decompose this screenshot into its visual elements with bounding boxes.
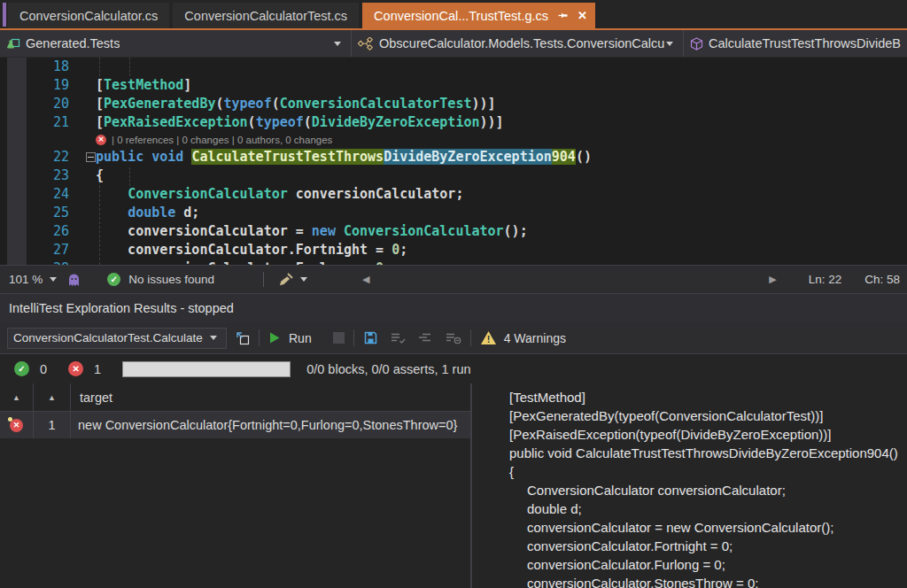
chevron-down-icon xyxy=(210,336,217,340)
type-dropdown[interactable]: ObscureCalculator.Models.Tests.Conversio… xyxy=(352,30,684,57)
test-failed-icon: ✕ xyxy=(96,135,106,145)
detail-code-line: [TestMethod] xyxy=(509,388,907,406)
status-column-header[interactable]: ▲ xyxy=(0,383,34,411)
divider xyxy=(259,329,260,346)
exploration-progress-bar xyxy=(122,361,291,377)
project-dropdown[interactable]: Generated.Tests xyxy=(0,30,352,57)
document-tab[interactable]: ConversionCalculator.cs xyxy=(8,3,169,28)
editor-line: 18 xyxy=(0,58,907,76)
divider xyxy=(263,272,264,287)
tab-group-indicator xyxy=(3,3,6,27)
scroll-right-icon[interactable]: ▶ xyxy=(769,274,776,285)
list-indent-icon xyxy=(418,331,433,344)
test-project-icon xyxy=(6,37,20,50)
row-index: 1 xyxy=(34,412,71,438)
line-number: 19 xyxy=(0,76,74,95)
run-summary: 0/0 blocks, 0/0 asserts, 1 run xyxy=(306,362,470,376)
run-statistics-row: ✓ 0 ✕ 1 0/0 blocks, 0/0 asserts, 1 run xyxy=(0,353,907,383)
chevron-down-icon xyxy=(334,42,341,46)
line-number: 23 xyxy=(0,166,74,185)
svg-text:!: ! xyxy=(486,334,490,344)
detail-code-line: conversionCalculator = new ConversionCal… xyxy=(509,518,907,537)
column-indicator: Ch: 58 xyxy=(864,273,900,286)
health-message[interactable]: No issues found xyxy=(128,273,214,286)
warnings-button[interactable]: 4 Warnings xyxy=(504,331,566,345)
editor-line: 27 conversionCalculator.Fortnight = 0; xyxy=(0,241,907,259)
document-tab[interactable]: ConversionCal...TrustTest.g.cs✕ xyxy=(362,3,595,28)
sort-asc-icon: ▲ xyxy=(48,393,56,402)
passed-icon: ✓ xyxy=(14,361,29,376)
line-number: 18 xyxy=(0,58,74,76)
row-target: new ConversionCalculator{Fortnight=0,Fur… xyxy=(71,412,470,438)
chevron-down-icon xyxy=(666,42,673,46)
copilot-ghost-icon[interactable] xyxy=(67,273,81,287)
editor-line: 20[PexGeneratedBy(typeof(ConversionCalcu… xyxy=(0,95,907,113)
fold-collapse-icon[interactable] xyxy=(86,152,96,162)
failed-count: 1 xyxy=(94,362,101,376)
detail-code-line: conversionCalculator.Fortnight = 0; xyxy=(509,537,907,555)
editor-line: 22✎public void CalculateTrustTestThrowsD… xyxy=(0,148,907,166)
detail-code-line: ConversionCalculator conversionCalculato… xyxy=(509,481,907,499)
editor-status-bar: 101 % ✓ No issues found ◀ ▶ Ln: 22 Ch: 5… xyxy=(0,265,907,293)
line-number: 21 xyxy=(0,113,74,132)
line-number: 22✎ xyxy=(0,148,74,166)
save-icon[interactable] xyxy=(363,330,378,345)
detail-code-line: conversionCalculator.Furlong = 0; xyxy=(509,555,907,574)
test-selector-value: ConversionCalculatorTest.Calculate xyxy=(13,331,210,344)
sort-asc-icon: ▲ xyxy=(12,393,20,402)
results-grid[interactable]: ▲ ▲ target ✕1new ConversionCalculator{Fo… xyxy=(0,383,472,588)
stop-icon xyxy=(333,332,345,344)
tab-label: ConversionCalculatorTest.cs xyxy=(184,9,347,23)
editor-line: 23{ xyxy=(0,166,907,185)
target-column-header[interactable]: target xyxy=(71,383,470,411)
row-error-icon: ✕ xyxy=(10,419,23,432)
type-dropdown-label: ObscureCalculator.Models.Tests.Conversio… xyxy=(379,36,664,50)
run-icon[interactable] xyxy=(268,331,281,344)
editor-line: 19[TestMethod] xyxy=(0,76,907,95)
index-column-header[interactable]: ▲ xyxy=(34,383,71,411)
detail-code-line: double d; xyxy=(509,499,907,518)
exploration-results: ▲ ▲ target ✕1new ConversionCalculator{Fo… xyxy=(0,383,907,588)
scroll-left-icon[interactable]: ◀ xyxy=(362,274,369,285)
run-button[interactable]: Run xyxy=(289,331,312,345)
zoom-level[interactable]: 101 % xyxy=(9,273,43,286)
navigation-bar: Generated.Tests ObscureCalculator.Models… xyxy=(0,30,907,58)
passed-count: 0 xyxy=(40,362,47,376)
project-dropdown-label: Generated.Tests xyxy=(26,36,120,50)
method-cube-icon xyxy=(690,37,703,50)
tab-label: ConversionCalculator.cs xyxy=(19,9,158,23)
close-icon[interactable]: ✕ xyxy=(578,9,587,22)
code-cleanup-broom-icon[interactable] xyxy=(278,273,294,287)
zoom-dropdown-icon[interactable] xyxy=(50,277,57,282)
editor-line: 21[PexRaisedException(typeof(DivideByZer… xyxy=(0,113,907,132)
line-number: 28 xyxy=(0,259,74,265)
health-check-icon[interactable]: ✓ xyxy=(107,273,120,286)
document-tab-bar: ConversionCalculator.csConversionCalcula… xyxy=(0,0,907,30)
test-code-detail-panel[interactable]: [TestMethod][PexGeneratedBy(typeof(Conve… xyxy=(472,383,907,588)
warning-icon[interactable]: ! xyxy=(480,330,497,345)
member-dropdown-label: CalculateTrustTestThrowsDivideByZeroE xyxy=(709,36,901,50)
editor-line: 24 ConversionCalculator conversionCalcul… xyxy=(0,185,907,204)
line-number: 20 xyxy=(0,95,74,113)
pin-icon[interactable] xyxy=(557,10,569,21)
failed-icon: ✕ xyxy=(68,361,83,376)
detail-code-line: [PexGeneratedBy(typeof(ConversionCalcula… xyxy=(509,406,907,425)
detail-code-line: { xyxy=(509,462,907,481)
code-cleanup-dropdown-icon[interactable] xyxy=(300,277,307,282)
line-number: 25 xyxy=(0,204,74,222)
divider xyxy=(470,329,471,346)
grid-header: ▲ ▲ target xyxy=(0,383,470,412)
line-number: 27 xyxy=(0,241,74,259)
visual-studio-window: ConversionCalculator.csConversionCalcula… xyxy=(0,0,907,588)
tab-label: ConversionCal...TrustTest.g.cs xyxy=(374,9,548,23)
result-row[interactable]: ✕1new ConversionCalculator{Fortnight=0,F… xyxy=(0,412,470,438)
detail-code-line: public void CalculateTrustTestThrowsDivi… xyxy=(509,444,907,462)
editor-line: 26 conversionCalculator = new Conversion… xyxy=(0,222,907,241)
member-dropdown[interactable]: CalculateTrustTestThrowsDivideByZeroE xyxy=(684,30,907,57)
go-to-test-project-icon[interactable] xyxy=(236,331,250,345)
test-selector-combo[interactable]: ConversionCalculatorTest.Calculate xyxy=(7,328,227,349)
code-editor[interactable]: 1819[TestMethod]20[PexGeneratedBy(typeof… xyxy=(0,58,907,265)
editor-line: 28 conversionCalculator.Furlong = 0; xyxy=(0,259,907,265)
document-tab[interactable]: ConversionCalculatorTest.cs xyxy=(173,3,359,28)
line-number: 24 xyxy=(0,185,74,204)
